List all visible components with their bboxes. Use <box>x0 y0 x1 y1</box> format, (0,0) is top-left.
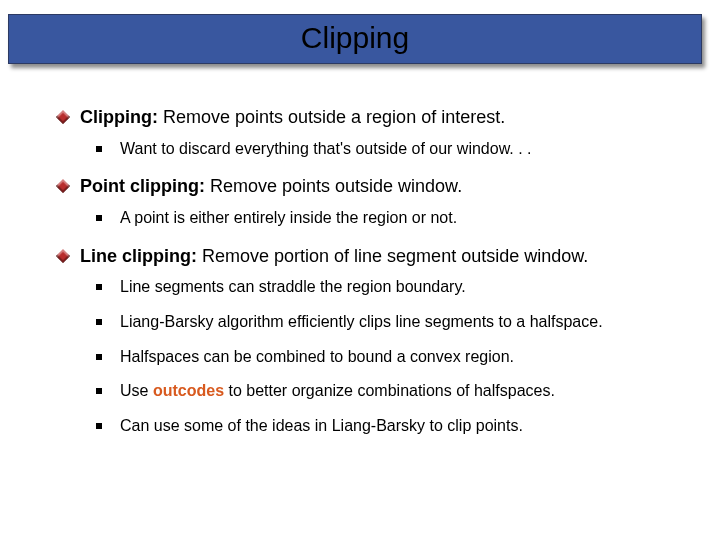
sub-bullet: Can use some of the ideas in Liang-Barsk… <box>96 416 680 437</box>
sub-bullet: A point is either entirely inside the re… <box>96 208 680 229</box>
sub-bullet: Halfspaces can be combined to bound a co… <box>96 347 680 368</box>
sub-bullet: Line segments can straddle the region bo… <box>96 277 680 298</box>
diamond-icon <box>56 110 70 124</box>
highlight-outcodes: outcodes <box>153 382 224 399</box>
bullet-head-bold: Point clipping: <box>80 176 205 196</box>
slide: Clipping Clipping: Remove points outside… <box>0 14 720 540</box>
bullet-point-clipping: Point clipping: Remove points outside wi… <box>58 175 680 228</box>
square-icon <box>96 146 102 152</box>
diamond-icon <box>56 179 70 193</box>
square-icon <box>96 215 102 221</box>
sub-text: Can use some of the ideas in Liang-Barsk… <box>120 416 680 437</box>
slide-content: Clipping: Remove points outside a region… <box>0 64 720 437</box>
bullet-head-bold: Clipping: <box>80 107 158 127</box>
square-icon <box>96 284 102 290</box>
sub-text: A point is either entirely inside the re… <box>120 208 680 229</box>
square-icon <box>96 388 102 394</box>
bullet-clipping: Clipping: Remove points outside a region… <box>58 106 680 159</box>
sub-text: Use outcodes to better organize combinat… <box>120 381 680 402</box>
title-bar: Clipping <box>8 14 702 64</box>
sub-text: Line segments can straddle the region bo… <box>120 277 680 298</box>
square-icon <box>96 319 102 325</box>
bullet-head-bold: Line clipping: <box>80 246 197 266</box>
square-icon <box>96 423 102 429</box>
bullet-head-rest: Remove points outside window. <box>205 176 462 196</box>
bullet-line-clipping: Line clipping: Remove portion of line se… <box>58 245 680 437</box>
sub-bullet: Liang-Barsky algorithm efficiently clips… <box>96 312 680 333</box>
bullet-head-rest: Remove points outside a region of intere… <box>158 107 505 127</box>
bullet-head-rest: Remove portion of line segment outside w… <box>197 246 588 266</box>
sub-text: Halfspaces can be combined to bound a co… <box>120 347 680 368</box>
slide-title: Clipping <box>9 21 701 55</box>
sub-text: Want to discard everything that's outsid… <box>120 139 680 160</box>
sub-text: Liang-Barsky algorithm efficiently clips… <box>120 312 680 333</box>
sub-bullet: Use outcodes to better organize combinat… <box>96 381 680 402</box>
diamond-icon <box>56 249 70 263</box>
sub-bullet: Want to discard everything that's outsid… <box>96 139 680 160</box>
square-icon <box>96 354 102 360</box>
